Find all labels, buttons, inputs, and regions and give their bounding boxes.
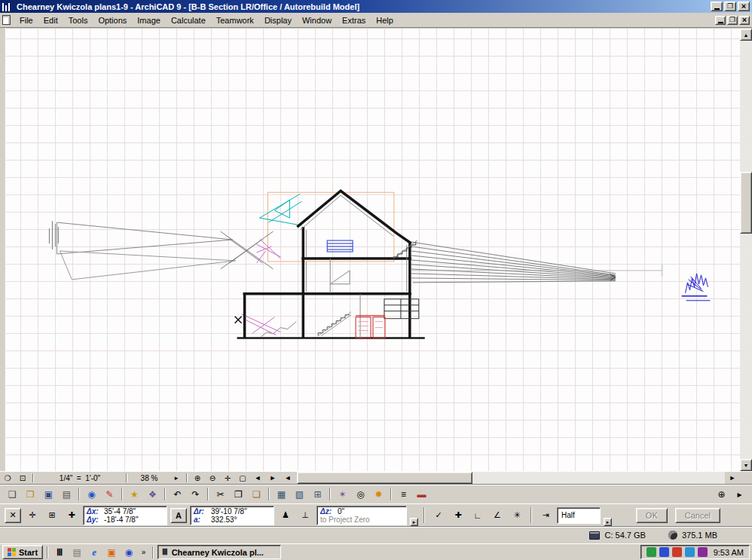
- tray-icon-1[interactable]: [647, 547, 656, 557]
- confirm-button[interactable]: ✓: [430, 508, 447, 523]
- marquee-zoom-button[interactable]: ⊡: [15, 472, 30, 484]
- mdi-close-button[interactable]: ×: [739, 16, 750, 25]
- start-button[interactable]: Start: [2, 545, 43, 559]
- angle-snap-button[interactable]: ∠: [489, 508, 506, 523]
- archicad-quicklaunch-icon[interactable]: Ⅲ: [52, 546, 67, 559]
- perpendicular-button[interactable]: ∟: [469, 508, 486, 523]
- save-button[interactable]: ▣: [40, 487, 57, 502]
- previous-zoom-button[interactable]: ◄: [250, 472, 265, 484]
- pan-button[interactable]: ✛: [220, 472, 235, 484]
- scroll-up-button[interactable]: ▲: [740, 29, 752, 41]
- open-button[interactable]: ❒: [22, 487, 39, 502]
- tray-icon-2[interactable]: [659, 547, 669, 557]
- scroll-down-button[interactable]: ▼: [740, 459, 752, 471]
- drawing-canvas[interactable]: [6, 29, 740, 471]
- menu-teamwork[interactable]: Teamwork: [211, 14, 259, 26]
- vertical-scrollbar[interactable]: ▲ ▼: [740, 29, 752, 471]
- menu-tools[interactable]: Tools: [63, 14, 93, 26]
- ok-button[interactable]: OK: [636, 508, 668, 523]
- dz-value: 0": [338, 507, 344, 516]
- sun-study-button[interactable]: ✹: [370, 487, 387, 502]
- grid-snap-button[interactable]: ⊞: [309, 487, 326, 502]
- menu-calculate[interactable]: Calculate: [166, 14, 211, 26]
- pen-weight-field[interactable]: Half: [557, 507, 601, 524]
- markup-pen-button[interactable]: ✎: [101, 487, 118, 502]
- hscroll-right-button[interactable]: ►: [725, 472, 740, 484]
- menu-edit[interactable]: Edit: [38, 14, 63, 26]
- zoom-tool-button[interactable]: ⊕: [713, 487, 730, 502]
- horizontal-scroll-thumb[interactable]: [297, 472, 472, 484]
- tracker-toggle-button[interactable]: ✕: [5, 508, 21, 523]
- drawing-scale[interactable]: 1/4" = 1'-0": [36, 472, 124, 484]
- tray-icon-3[interactable]: [672, 547, 682, 557]
- copy-button[interactable]: ❐: [230, 487, 247, 502]
- gravity-button[interactable]: ♟: [277, 508, 294, 523]
- internet-explorer-icon[interactable]: e: [87, 546, 102, 559]
- minimize-button[interactable]: [711, 2, 723, 11]
- quick-options-button[interactable]: ❍: [0, 472, 15, 484]
- layers-button[interactable]: ▧: [291, 487, 308, 502]
- fit-in-window-button[interactable]: ▢: [235, 472, 250, 484]
- player-quicklaunch-icon[interactable]: ◉: [121, 546, 136, 559]
- document-icon[interactable]: [2, 15, 11, 25]
- z-reference-dropdown[interactable]: ▸: [410, 518, 418, 526]
- tray-icon-4[interactable]: [685, 547, 695, 557]
- angle-mode-button[interactable]: A: [170, 508, 187, 523]
- title-bar: Chearney Kwiczola plans1-9 - ArchiCAD 9 …: [0, 0, 752, 13]
- section-drawing: [6, 29, 740, 471]
- publish-button[interactable]: ◉: [83, 487, 100, 502]
- story-settings-button[interactable]: ▦: [273, 487, 290, 502]
- more-tools-button[interactable]: ▸: [731, 487, 748, 502]
- cancel-button[interactable]: Cancel: [675, 508, 720, 523]
- menu-window[interactable]: Window: [297, 14, 337, 26]
- menu-help[interactable]: Help: [371, 14, 399, 26]
- element-list-button[interactable]: ≡: [395, 487, 412, 502]
- mdi-restore-button[interactable]: ❐: [727, 16, 738, 25]
- camera-button[interactable]: ◎: [352, 487, 369, 502]
- start-label: Start: [19, 548, 38, 557]
- new-document-button[interactable]: ❑: [4, 487, 21, 502]
- mdi-minimize-button[interactable]: [715, 16, 726, 25]
- menu-extras[interactable]: Extras: [337, 14, 371, 26]
- menu-image[interactable]: Image: [132, 14, 166, 26]
- standard-toolbar: ❑ ❒ ▣ ▤ ◉ ✎ ★ ❖ ↶ ↷ ✂ ❐ ❏ ▦ ▧ ⊞ ✶ ◎ ✹ ≡ …: [0, 484, 752, 503]
- user-origin-button[interactable]: ✚: [63, 508, 80, 523]
- magic-wand-button[interactable]: ✶: [334, 487, 351, 502]
- z-coordinate-field[interactable]: Δz:0" to Project Zero: [316, 506, 407, 525]
- horizontal-scrollbar[interactable]: [297, 472, 725, 484]
- taskbar-task-archicad[interactable]: Ⅲ Chearney Kwiczola pl...: [157, 545, 281, 559]
- polar-coordinate-fields[interactable]: Δr:39'-10 7/8" a:332.53°: [190, 506, 274, 525]
- relative-origin-button[interactable]: ✛: [24, 508, 41, 523]
- print-button[interactable]: ▤: [58, 487, 75, 502]
- library-button[interactable]: ❖: [144, 487, 161, 502]
- pen-weight-dropdown[interactable]: ▸: [604, 518, 612, 526]
- zoom-out-button[interactable]: ⊖: [205, 472, 220, 484]
- redo-button[interactable]: ↷: [187, 487, 204, 502]
- cut-button[interactable]: ✂: [212, 487, 229, 502]
- compass-button[interactable]: ✳: [509, 508, 525, 523]
- vertical-scroll-thumb[interactable]: [740, 172, 752, 234]
- hscroll-left-button[interactable]: ◄: [280, 472, 295, 484]
- memory-indicator: 375.1 MB: [668, 531, 717, 540]
- menu-display[interactable]: Display: [259, 14, 297, 26]
- zoom-menu-arrow[interactable]: ▸: [169, 472, 184, 484]
- quicklaunch-chevron[interactable]: »: [139, 546, 148, 559]
- menu-file[interactable]: File: [14, 14, 38, 26]
- construct-button[interactable]: ▬: [413, 487, 430, 502]
- undo-button[interactable]: ↶: [169, 487, 186, 502]
- dr-value: 39'-10 7/8": [211, 507, 247, 516]
- restore-button[interactable]: ❐: [724, 2, 736, 11]
- notes-quicklaunch-icon[interactable]: ▤: [69, 546, 84, 559]
- close-button[interactable]: ×: [738, 2, 750, 11]
- xy-coordinate-fields[interactable]: Δx:35'-4 7/8" Δy:-18'-4 7/8": [83, 506, 167, 525]
- zoom-in-button[interactable]: ⊕: [190, 472, 205, 484]
- grid-toggle-button[interactable]: ⊞: [44, 508, 60, 523]
- paste-button[interactable]: ❏: [248, 487, 265, 502]
- add-point-button[interactable]: ✚: [450, 508, 466, 523]
- media-quicklaunch-icon[interactable]: ▣: [104, 546, 119, 559]
- next-zoom-button[interactable]: ►: [265, 472, 280, 484]
- menu-options[interactable]: Options: [93, 14, 132, 26]
- zoom-percent[interactable]: 38 %: [130, 472, 169, 484]
- tray-icon-5[interactable]: [698, 547, 708, 557]
- favorites-button[interactable]: ★: [126, 487, 143, 502]
